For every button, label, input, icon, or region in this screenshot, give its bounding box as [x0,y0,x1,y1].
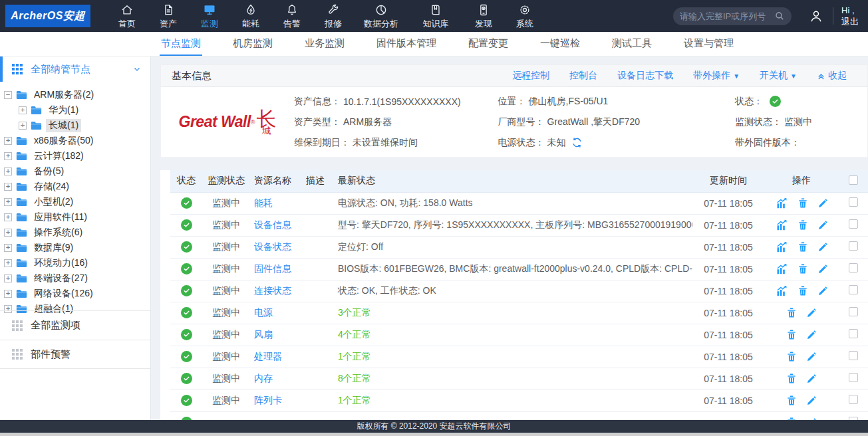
topnav-item-6[interactable]: 报修 [313,2,354,30]
expand-node-icon[interactable]: + [19,122,27,130]
topnav-item-1[interactable]: 首页 [106,2,148,30]
resource-name-link[interactable]: 设备信息 [254,219,291,230]
subtab-2[interactable]: 机房监测 [231,32,274,56]
tree-item-4[interactable]: +x86服务器(50) [0,133,150,148]
subtab-8[interactable]: 设置与管理 [682,32,735,56]
tree-item-2[interactable]: +华为(1) [0,102,150,118]
tree-item-12[interactable]: +环境动力(16) [0,255,150,271]
pencil-icon[interactable] [806,374,817,384]
chart-icon[interactable] [776,263,788,274]
resource-name-link[interactable]: 内存 [254,373,273,383]
expand-node-icon[interactable]: + [4,213,12,221]
archeros-logo[interactable]: ArcherOS安超 [5,5,90,27]
expand-node-icon[interactable]: + [4,167,12,175]
trash-icon[interactable] [786,329,797,340]
expand-node-icon[interactable]: + [4,183,12,191]
trash-icon[interactable] [786,373,797,384]
global-search[interactable] [673,7,792,25]
action-2[interactable]: 控制台 [569,70,597,82]
trash-icon[interactable] [786,395,797,406]
row-checkbox[interactable] [849,197,858,207]
row-checkbox[interactable] [849,263,858,272]
pencil-icon[interactable] [806,395,817,406]
trash-icon[interactable] [797,263,808,274]
pencil-icon[interactable] [817,220,828,231]
pencil-icon[interactable] [817,264,828,274]
subtab-6[interactable]: 一键巡检 [539,32,581,56]
chart-icon[interactable] [776,197,788,209]
row-checkbox[interactable] [849,395,858,404]
refresh-icon[interactable] [571,137,583,148]
tree-item-10[interactable]: +操作系统(6) [0,225,150,240]
resource-name-link[interactable]: 处理器 [254,351,282,362]
subtab-1[interactable]: 节点监测 [160,32,202,56]
topnav-item-3[interactable]: 监测 [189,2,230,30]
user-icon[interactable] [809,9,823,23]
pencil-icon[interactable] [817,286,828,296]
expand-node-icon[interactable]: + [4,259,12,267]
topnav-item-4[interactable]: 能耗 [230,2,271,30]
search-icon[interactable] [774,11,785,21]
topnav-item-9[interactable]: 发现 [463,2,504,30]
sidebar-header-all-nodes[interactable]: 全部纳管节点 [0,56,150,82]
logout-link[interactable]: 退出 [841,16,868,27]
tree-item-3[interactable]: +长城(1) [0,118,150,133]
row-checkbox[interactable] [849,351,858,360]
tree-item-6[interactable]: +备份(5) [0,164,150,179]
trash-icon[interactable] [797,219,808,231]
trash-icon[interactable] [786,351,797,362]
tree-item-9[interactable]: +应用软件(11) [0,209,150,225]
expand-node-icon[interactable]: + [4,274,12,282]
expand-node-icon[interactable]: + [4,290,12,298]
pencil-icon[interactable] [806,352,817,362]
resource-name-link[interactable]: 设备状态 [254,241,291,252]
subtab-7[interactable]: 测试工具 [611,32,653,56]
resource-name-link[interactable]: 固件信息 [254,263,291,274]
pencil-icon[interactable] [817,242,828,253]
tree-item-1[interactable]: −ARM服务器(2) [0,87,150,102]
expand-node-icon[interactable]: + [4,137,12,145]
search-input[interactable] [680,11,774,21]
subtab-3[interactable]: 业务监测 [303,32,346,56]
trash-icon[interactable] [797,241,808,253]
expand-node-icon[interactable]: + [4,229,12,237]
action-3[interactable]: 设备日志下载 [617,70,673,82]
chart-icon[interactable] [776,219,788,231]
tree-item-5[interactable]: +云计算(182) [0,148,150,164]
resource-name-link[interactable]: 能耗 [254,197,273,208]
pencil-icon[interactable] [806,330,817,340]
expand-node-icon[interactable]: + [4,244,12,252]
tree-item-8[interactable]: +小型机(2) [0,194,150,209]
topnav-item-7[interactable]: 数据分析 [354,2,408,30]
topnav-item-10[interactable]: 系统 [504,2,545,30]
expand-node-icon[interactable]: + [4,152,12,160]
row-checkbox[interactable] [849,307,858,316]
pencil-icon[interactable] [806,308,817,318]
expand-node-icon[interactable]: + [4,198,12,206]
tree-item-7[interactable]: +存储(24) [0,179,150,194]
row-checkbox[interactable] [849,373,858,382]
resource-name-link[interactable]: 连接状态 [254,285,291,296]
trash-icon[interactable] [786,307,797,318]
collapse-button[interactable]: 收起 [817,70,857,82]
topnav-item-8[interactable]: 知识库 [408,2,463,30]
trash-icon[interactable] [797,285,808,296]
sidebar-section-2[interactable]: 部件预警 [0,340,150,369]
topnav-item-5[interactable]: 告警 [271,2,313,30]
pencil-icon[interactable] [817,198,828,209]
resource-name-link[interactable]: 电源 [254,307,273,318]
select-all-checkbox[interactable] [849,175,858,185]
chart-icon[interactable] [776,285,788,296]
chart-icon[interactable] [776,241,788,253]
action-4[interactable]: 带外操作▼ [693,70,740,82]
expand-node-icon[interactable]: + [19,106,27,114]
tree-item-13[interactable]: +终端设备(27) [0,271,150,286]
subtab-5[interactable]: 配置变更 [467,32,509,56]
action-5[interactable]: 开关机▼ [760,70,797,82]
topnav-item-2[interactable]: 资产 [148,2,189,30]
collapse-node-icon[interactable]: − [4,91,12,99]
row-checkbox[interactable] [849,329,858,338]
action-1[interactable]: 远程控制 [512,70,549,82]
trash-icon[interactable] [797,197,808,209]
row-checkbox[interactable] [849,285,858,294]
